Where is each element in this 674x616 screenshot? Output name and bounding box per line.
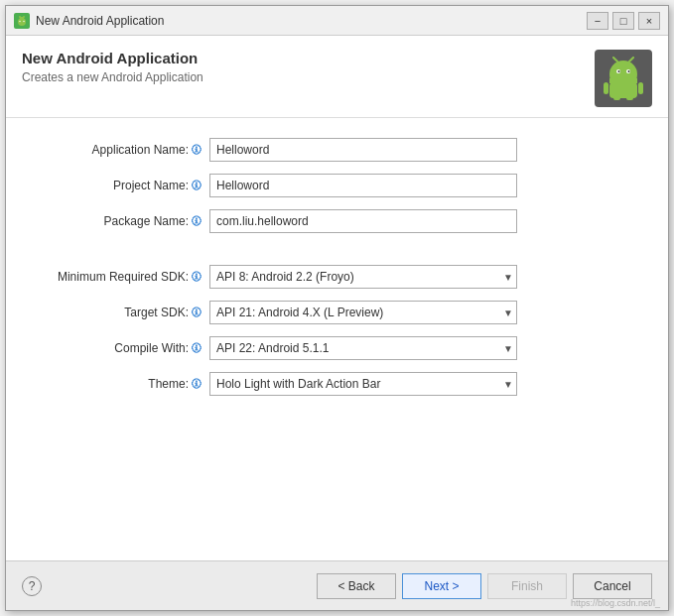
titlebar: New Android Application − □ × [6, 6, 668, 36]
package-name-row: Package Name: 🛈 [36, 209, 638, 233]
project-name-label: Project Name: 🛈 [36, 179, 209, 192]
svg-rect-13 [609, 82, 637, 98]
min-sdk-select[interactable]: API 8: Android 2.2 (Froyo) API 9: Androi… [209, 265, 517, 289]
package-name-info-icon[interactable]: 🛈 [191, 215, 202, 227]
package-name-field[interactable] [209, 209, 517, 233]
project-name-info-icon[interactable]: 🛈 [191, 180, 202, 191]
header-section: New Android Application Creates a new An… [6, 36, 668, 118]
svg-line-12 [629, 58, 633, 62]
package-name-label: Package Name: 🛈 [36, 214, 209, 228]
window-body: New Android Application Creates a new An… [6, 36, 668, 610]
form-area: Application Name: 🛈 Project Name: 🛈 Pack… [6, 118, 668, 560]
min-sdk-wrapper: API 8: Android 2.2 (Froyo) API 9: Androi… [209, 265, 517, 289]
svg-rect-15 [638, 82, 643, 94]
bottom-bar: ? < Back Next > Finish Cancel [6, 560, 668, 610]
target-sdk-row: Target SDK: 🛈 API 21: Android 4.X (L Pre… [36, 301, 638, 324]
application-name-info-icon[interactable]: 🛈 [191, 144, 202, 156]
maximize-button[interactable]: □ [612, 12, 634, 30]
svg-rect-17 [626, 96, 633, 100]
target-sdk-wrapper: API 21: Android 4.X (L Preview) API 22: … [209, 301, 517, 324]
project-name-row: Project Name: 🛈 [36, 174, 638, 197]
min-sdk-row: Minimum Required SDK: 🛈 API 8: Android 2… [36, 265, 638, 289]
application-name-field[interactable] [209, 138, 517, 162]
svg-rect-14 [604, 82, 608, 94]
svg-point-2 [19, 16, 21, 18]
svg-point-10 [628, 70, 630, 72]
dialog-buttons: < Back Next > Finish Cancel [317, 573, 652, 599]
compile-with-wrapper: API 22: Android 5.1.1 API 21: Android 5.… [209, 336, 517, 360]
min-sdk-label: Minimum Required SDK: 🛈 [36, 270, 209, 284]
window-controls: − □ × [587, 12, 660, 30]
android-logo [595, 50, 652, 107]
svg-point-4 [19, 20, 20, 21]
header-text: New Android Application Creates a new An… [22, 50, 203, 84]
min-sdk-info-icon[interactable]: 🛈 [191, 271, 202, 283]
theme-select[interactable]: Holo Light with Dark Action Bar Holo Dar… [209, 372, 517, 396]
svg-line-11 [613, 58, 617, 62]
application-name-label: Application Name: 🛈 [36, 143, 209, 157]
window-title: New Android Application [36, 14, 587, 28]
close-button[interactable]: × [638, 12, 660, 30]
target-sdk-select[interactable]: API 21: Android 4.X (L Preview) API 22: … [209, 301, 517, 324]
compile-with-row: Compile With: 🛈 API 22: Android 5.1.1 AP… [36, 336, 638, 360]
next-button[interactable]: Next > [402, 573, 481, 599]
main-window: New Android Application − □ × New Androi… [5, 5, 669, 611]
compile-with-info-icon[interactable]: 🛈 [191, 342, 202, 354]
svg-point-3 [23, 16, 25, 18]
svg-point-5 [23, 20, 24, 21]
svg-rect-18 [609, 78, 637, 83]
target-sdk-info-icon[interactable]: 🛈 [191, 307, 202, 318]
theme-info-icon[interactable]: 🛈 [191, 378, 202, 390]
theme-row: Theme: 🛈 Holo Light with Dark Action Bar… [36, 372, 638, 396]
project-name-field[interactable] [209, 174, 517, 197]
help-button[interactable]: ? [22, 576, 42, 596]
window-icon [14, 13, 30, 29]
application-name-row: Application Name: 🛈 [36, 138, 638, 162]
back-button[interactable]: < Back [317, 573, 396, 599]
dialog-title: New Android Application [22, 50, 203, 66]
svg-point-9 [618, 70, 620, 72]
svg-rect-16 [613, 96, 620, 100]
finish-button[interactable]: Finish [487, 573, 567, 599]
compile-with-label: Compile With: 🛈 [36, 341, 209, 355]
dialog-subtitle: Creates a new Android Application [22, 70, 203, 84]
compile-with-select[interactable]: API 22: Android 5.1.1 API 21: Android 5.… [209, 336, 517, 360]
cancel-button[interactable]: Cancel [573, 573, 652, 599]
minimize-button[interactable]: − [587, 12, 608, 30]
target-sdk-label: Target SDK: 🛈 [36, 306, 209, 319]
theme-label: Theme: 🛈 [36, 377, 209, 391]
theme-wrapper: Holo Light with Dark Action Bar Holo Dar… [209, 372, 517, 396]
watermark: https://blog.csdn.net/l_ [571, 598, 660, 608]
